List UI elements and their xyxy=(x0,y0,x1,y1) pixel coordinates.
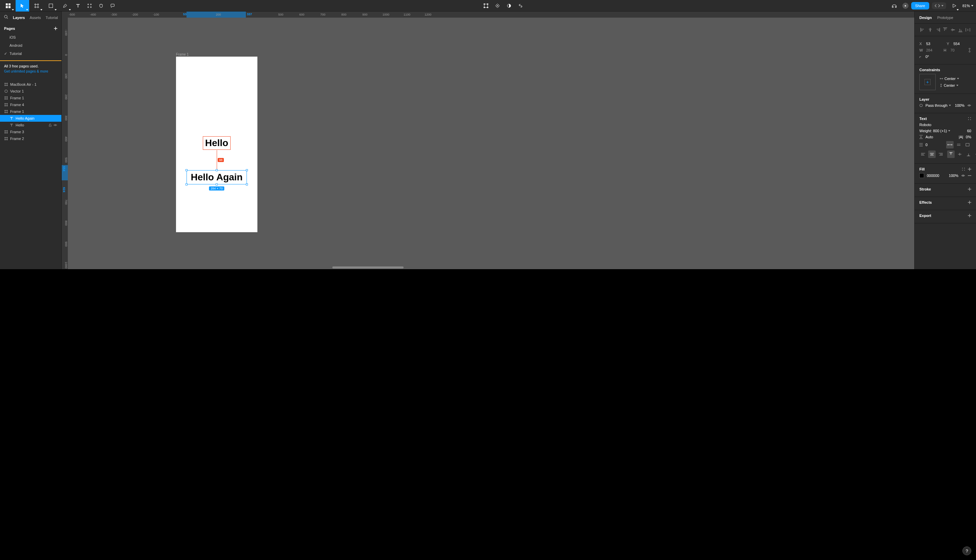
blend-mode-dropdown[interactable]: Pass through xyxy=(926,103,951,107)
shape-tool[interactable] xyxy=(44,0,58,12)
hand-tool[interactable] xyxy=(96,0,107,12)
paragraph-spacing-input[interactable]: 0 xyxy=(926,143,943,147)
auto-width-icon[interactable] xyxy=(946,141,954,148)
prototype-tab[interactable]: Prototype xyxy=(938,16,953,20)
fill-color-swatch[interactable] xyxy=(919,173,924,178)
layer-item[interactable]: Hello xyxy=(0,122,62,128)
more-text-options-icon[interactable] xyxy=(974,150,976,158)
selection-handle[interactable] xyxy=(185,183,187,185)
comment-tool[interactable] xyxy=(107,0,118,12)
present-button[interactable] xyxy=(949,0,960,12)
selection-handle[interactable] xyxy=(246,169,248,171)
h-input[interactable]: 70 xyxy=(951,48,966,52)
constraint-widget[interactable]: + xyxy=(919,74,936,90)
align-right-icon[interactable] xyxy=(934,27,941,33)
text-settings-icon[interactable] xyxy=(968,117,971,120)
add-export-icon[interactable] xyxy=(968,214,971,217)
component-icon[interactable] xyxy=(492,0,503,12)
mask-icon[interactable] xyxy=(504,0,514,12)
text-align-bottom-icon[interactable] xyxy=(965,150,972,158)
rotation-input[interactable]: 0° xyxy=(926,55,971,58)
share-button[interactable]: Share xyxy=(911,2,929,10)
text-align-right-icon[interactable] xyxy=(937,150,944,158)
layers-tab[interactable]: Layers xyxy=(13,16,25,20)
move-tool[interactable] xyxy=(16,0,29,12)
opacity-input[interactable]: 100% xyxy=(955,103,964,107)
link-icon[interactable] xyxy=(515,0,526,12)
lock-icon[interactable] xyxy=(48,123,52,127)
layer-item[interactable]: Frame 3 xyxy=(0,128,62,135)
audio-icon[interactable] xyxy=(889,0,900,12)
design-tab[interactable]: Design xyxy=(919,16,932,20)
text-tool[interactable] xyxy=(73,0,83,12)
scrollbar-horizontal[interactable] xyxy=(332,267,404,268)
dev-mode-button[interactable] xyxy=(932,2,946,9)
frame-label[interactable]: Frame 1 xyxy=(176,53,189,56)
layer-item[interactable]: Frame 1 xyxy=(0,95,62,102)
layer-item[interactable]: Frame 4 xyxy=(0,102,62,108)
eye-icon[interactable] xyxy=(967,104,971,107)
add-stroke-icon[interactable] xyxy=(968,187,971,191)
layer-item[interactable]: Hello Again xyxy=(0,115,62,122)
selection-handle[interactable] xyxy=(246,183,248,185)
text-align-middle-icon[interactable] xyxy=(956,150,963,158)
font-weight-dropdown[interactable]: Weight: 800 (+1) xyxy=(919,129,950,133)
text-align-top-icon[interactable] xyxy=(947,150,954,158)
fixed-size-icon[interactable] xyxy=(964,141,971,148)
letter-spacing-input[interactable]: 0% xyxy=(966,135,971,139)
canvas[interactable]: -500 -400 -300 -200 -100 53 200 337 500 … xyxy=(62,12,914,269)
page-item-android[interactable]: Android xyxy=(0,42,62,50)
text-align-left-icon[interactable] xyxy=(919,150,927,158)
fill-styles-icon[interactable] xyxy=(962,167,965,171)
help-button[interactable]: ? xyxy=(963,547,971,555)
distribute-icon[interactable] xyxy=(964,27,971,33)
frame-tool[interactable] xyxy=(30,0,43,12)
main-menu-button[interactable] xyxy=(2,0,15,12)
remove-fill-icon[interactable] xyxy=(968,175,971,176)
selection-handle[interactable] xyxy=(185,169,187,171)
align-v-center-icon[interactable] xyxy=(949,27,956,33)
page-item-ios[interactable]: iOS xyxy=(0,33,62,42)
file-name[interactable]: Tutorial xyxy=(46,16,58,20)
layer-item[interactable]: MacBook Air - 1 xyxy=(0,81,62,88)
promo-link[interactable]: Get unlimited pages & more xyxy=(4,69,57,74)
constraint-v-dropdown[interactable]: Center xyxy=(940,83,959,87)
avatar[interactable]: ● xyxy=(903,3,909,9)
assets-tab[interactable]: Assets xyxy=(30,16,41,20)
y-input[interactable]: 554 xyxy=(954,42,972,46)
text-align-center-icon[interactable] xyxy=(928,150,936,158)
layer-item[interactable]: Frame 1 xyxy=(0,108,62,115)
page-item-tutorial[interactable]: Tutorial xyxy=(0,50,62,58)
zoom-dropdown[interactable]: 81% xyxy=(963,4,973,8)
text-hello-again[interactable]: Hello Again xyxy=(187,170,247,184)
fill-opacity-input[interactable]: 100% xyxy=(949,173,958,178)
line-height-input[interactable]: Auto xyxy=(926,135,953,139)
auto-height-icon[interactable] xyxy=(955,141,963,148)
add-fill-icon[interactable] xyxy=(968,167,971,171)
eye-icon[interactable] xyxy=(961,174,965,177)
rotation-icon xyxy=(919,55,923,58)
constrain-proportions-icon[interactable] xyxy=(968,48,971,53)
align-bottom-icon[interactable] xyxy=(957,27,964,33)
constraint-h-dropdown[interactable]: Center xyxy=(940,77,959,81)
add-effect-icon[interactable] xyxy=(968,201,971,204)
edit-object-icon[interactable] xyxy=(480,0,491,12)
align-h-center-icon[interactable] xyxy=(927,27,934,33)
add-page-button[interactable] xyxy=(54,27,57,30)
layer-item[interactable]: Frame 2 xyxy=(0,135,62,142)
resources-tool[interactable] xyxy=(84,0,95,12)
eye-icon[interactable] xyxy=(53,123,57,127)
layer-item[interactable]: Vector 1 xyxy=(0,88,62,95)
pen-tool[interactable] xyxy=(58,0,72,12)
selection-handle[interactable] xyxy=(216,183,218,185)
font-family-dropdown[interactable]: Roboto xyxy=(919,123,971,127)
text-hello[interactable]: Hello xyxy=(203,136,230,150)
selection-handle[interactable] xyxy=(216,169,218,171)
fill-color-input[interactable]: 000000 xyxy=(927,173,939,178)
font-size-input[interactable]: 60 xyxy=(967,129,971,133)
search-icon[interactable] xyxy=(4,15,8,20)
w-input[interactable]: 284 xyxy=(926,48,941,52)
align-top-icon[interactable] xyxy=(942,27,949,33)
x-input[interactable]: 53 xyxy=(926,42,944,46)
align-left-icon[interactable] xyxy=(919,27,926,33)
